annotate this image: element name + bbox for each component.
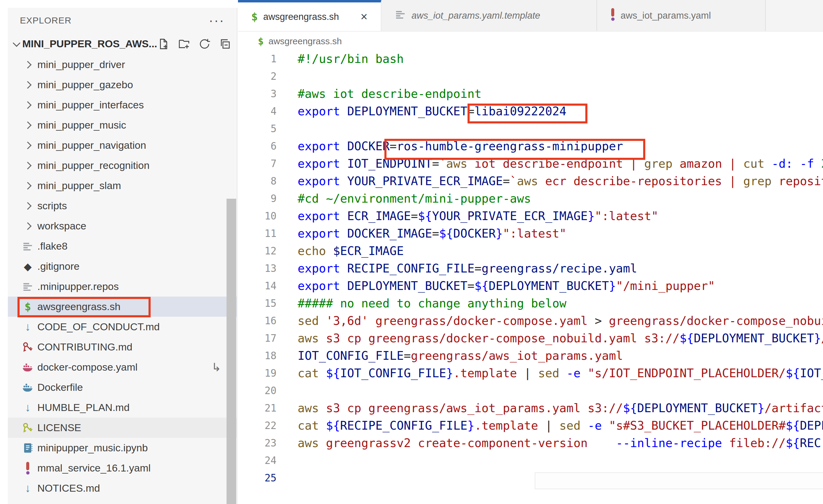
editor-tab[interactable]: $awsgreengrass.sh× — [238, 0, 381, 31]
tree-item[interactable]: CONTRIBUTING.md — [8, 337, 237, 357]
breadcrumb[interactable]: $ awsgreengrass.sh — [238, 32, 342, 50]
code-line[interactable]: 7export IOT_ENDPOINT=`aws iot describe-e… — [238, 155, 823, 173]
editor-tab[interactable]: aws_iot_params.yaml.template — [381, 0, 597, 31]
code-line[interactable]: 20 — [238, 382, 823, 400]
tree-item[interactable]: ↓NOTICES.md — [8, 478, 237, 498]
tree-item[interactable]: $awsgreengrass.sh — [8, 297, 237, 317]
line-number: 19 — [238, 364, 277, 382]
code-text: IOT_CONFIG_FILE=greengrass/aws_iot_param… — [277, 347, 623, 364]
line-number: 23 — [238, 435, 277, 452]
tree-item[interactable]: Dockerfile — [8, 377, 237, 398]
tree-item[interactable]: minipupper_music.ipynb — [8, 438, 237, 458]
code-text — [277, 68, 298, 85]
tree-item[interactable]: ↓CODE_OF_CONDUCT.md — [8, 317, 237, 337]
tree-item[interactable]: workspace — [8, 216, 237, 236]
code-line[interactable]: 8export YOUR_PRIVATE_ECR_IMAGE=`aws ecr … — [238, 173, 823, 190]
line-number: 6 — [238, 138, 277, 155]
code-line[interactable]: 6export DOCKER=ros-humble-greengrass-min… — [238, 138, 823, 155]
chevron-right-icon — [24, 202, 31, 210]
tree-item-label: awsgreengrass.sh — [37, 301, 121, 312]
editor-tab[interactable]: aws_iot_params.yaml — [597, 0, 766, 31]
new-folder-icon[interactable] — [178, 38, 190, 50]
code-line[interactable]: 21aws s3 cp greengrass/aws_iot_params.ya… — [238, 400, 823, 417]
code-line[interactable]: 17aws s3 cp greengrass/docker-compose_no… — [238, 330, 823, 347]
line-number: 25 — [238, 469, 277, 487]
code-line[interactable]: 3#aws iot describe-endpoint — [238, 85, 823, 103]
code-line[interactable]: 24 — [238, 452, 823, 469]
tree-item[interactable]: mini_pupper_slam — [8, 176, 237, 196]
line-number: 3 — [238, 85, 277, 103]
code-line[interactable]: 1#!/usr/bin bash — [238, 50, 823, 68]
line-number: 17 — [238, 330, 277, 347]
tree-item-label: NOTICES.md — [37, 482, 100, 494]
warning-exclamation-icon — [25, 461, 30, 475]
new-file-icon[interactable] — [157, 38, 170, 50]
line-number: 7 — [238, 155, 277, 173]
workspace-root-row[interactable]: MINI_PUPPER_ROS_AWS... — [8, 33, 237, 54]
tree-item[interactable]: mini_pupper_gazebo — [8, 75, 237, 95]
refresh-icon[interactable] — [198, 38, 211, 50]
code-text: #cd ~/environment/mini-pupper-aws — [277, 190, 531, 207]
collapse-all-icon[interactable] — [219, 38, 231, 50]
code-line[interactable]: 16sed '3,6d' greengrass/docker-compose.y… — [238, 312, 823, 330]
markdown-down-arrow-icon: ↓ — [25, 482, 31, 495]
code-text: export RECIPE_CONFIG_FILE=greengrass/rec… — [277, 260, 637, 277]
tree-item-label: CONTRIBUTING.md — [37, 341, 132, 353]
code-line[interactable]: 23aws greengrassv2 create-component-vers… — [238, 435, 823, 452]
shell-icon-slot: $ — [20, 300, 35, 313]
code-line[interactable]: 19cat ${IOT_CONFIG_FILE}.template | sed … — [238, 364, 823, 382]
tab-bar: $awsgreengrass.sh×aws_iot_params.yaml.te… — [238, 0, 823, 32]
tree-item-label: mmal_service_16.1.yaml — [37, 462, 151, 474]
code-line[interactable]: 5 — [238, 120, 823, 138]
code-editor[interactable]: 1#!/usr/bin bash23#aws iot describe-endp… — [238, 50, 823, 487]
tree-item[interactable]: mini_pupper_recognition — [8, 155, 237, 176]
open-editor-arrow-icon: ↳ — [211, 361, 221, 374]
current-line-highlight — [535, 472, 823, 489]
code-text: ##### no need to change anything below — [277, 295, 566, 312]
keys-icon — [22, 341, 33, 353]
code-line[interactable]: 12echo $ECR_IMAGE — [238, 242, 823, 260]
chevron-right-icon — [24, 61, 31, 68]
more-actions-icon[interactable]: ··· — [209, 17, 225, 23]
chevron-right-icon — [24, 142, 31, 149]
close-icon[interactable]: × — [361, 10, 367, 23]
code-text: export IOT_ENDPOINT=`aws iot describe-en… — [277, 155, 823, 173]
tree-item[interactable]: ↓HUMBLE_PLAN.md — [8, 398, 237, 418]
code-line[interactable]: 15##### no need to change anything below — [238, 295, 823, 312]
explorer-sidebar: EXPLORER ··· MINI_PUPPER_ROS_AWS... mini… — [8, 8, 237, 504]
tree-item[interactable]: ◆.gitignore — [8, 256, 237, 276]
tree-item[interactable]: .flake8 — [8, 236, 237, 256]
code-text: cat ${RECIPE_CONFIG_FILE}.template | sed… — [277, 417, 823, 435]
tree-item[interactable]: mini_pupper_interfaces — [8, 95, 237, 115]
tree-item[interactable]: mini_pupper_music — [8, 115, 237, 135]
code-text: export DEPLOYMENT_BUCKET=libai09222024 — [277, 103, 566, 120]
notebook-icon-slot — [20, 442, 35, 454]
tree-item-label: mini_pupper_driver — [37, 59, 125, 70]
tree-item[interactable]: docker-compose.yaml↳ — [8, 357, 237, 377]
code-line[interactable]: 13export RECIPE_CONFIG_FILE=greengrass/r… — [238, 260, 823, 277]
code-line[interactable]: 22cat ${RECIPE_CONFIG_FILE}.template | s… — [238, 417, 823, 435]
tree-item[interactable]: mini_pupper_navigation — [8, 135, 237, 155]
code-line[interactable]: 10export ECR_IMAGE=${YOUR_PRIVATE_ECR_IM… — [238, 207, 823, 225]
warn-icon-slot — [20, 461, 35, 475]
code-line[interactable]: 9#cd ~/environment/mini-pupper-aws — [238, 190, 823, 207]
code-line[interactable]: 11export DOCKER_IMAGE=${DOCKER}":latest" — [238, 225, 823, 242]
tree-item[interactable]: mini_pupper_driver — [8, 54, 237, 75]
code-line[interactable]: 4export DEPLOYMENT_BUCKET=libai09222024 — [238, 103, 823, 120]
tree-item[interactable]: ◆ — [8, 498, 237, 504]
tree-item-label: mini_pupper_music — [37, 119, 126, 131]
code-line[interactable]: 18IOT_CONFIG_FILE=greengrass/aws_iot_par… — [238, 347, 823, 364]
tree-item[interactable]: mmal_service_16.1.yaml — [8, 458, 237, 478]
keys-red-icon-slot — [20, 341, 35, 353]
tree-item-label: workspace — [37, 220, 87, 232]
code-line[interactable]: 2 — [238, 68, 823, 85]
warning-exclamation-icon — [610, 8, 615, 21]
docker-pink-icon-slot — [20, 361, 35, 373]
line-number: 10 — [238, 207, 277, 225]
tree-item[interactable]: .minipupper.repos — [8, 276, 237, 297]
code-line[interactable]: 14export DEPLOYMENT_BUCKET=${DEPLOYMENT_… — [238, 277, 823, 295]
warn-icon-slot — [610, 8, 615, 24]
sidebar-scrollbar[interactable] — [226, 199, 236, 504]
tree-item[interactable]: scripts — [8, 196, 237, 216]
tree-item[interactable]: LICENSE — [8, 418, 237, 438]
